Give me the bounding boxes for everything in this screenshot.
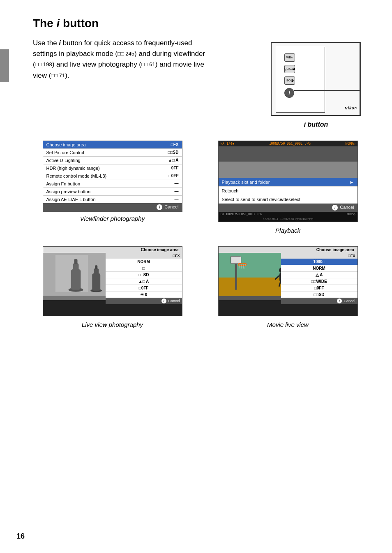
nikon-label: Nikon <box>345 106 357 110</box>
i-button-highlighted: i <box>284 88 294 98</box>
movieliveview-menu-overlay: □FX 1080□ NORM △ A □□WIDE □0FF □□SD i Ca… <box>281 253 357 300</box>
left-tab <box>0 49 9 82</box>
movieliveview-caption: Movie live view <box>208 321 367 328</box>
playback-menu-row: Retouch <box>219 187 357 195</box>
viewfinder-caption: Viewfinder photography <box>33 215 192 222</box>
movieliveview-title-bar: Choose image area <box>219 247 357 253</box>
playback-bottom-bar: FX 100ND750 DSC_0001 JPG NORM○ <box>219 212 357 217</box>
svg-rect-3 <box>71 269 81 290</box>
playback-menu-footer: i Cancel <box>219 204 357 212</box>
movieliveview-screenshot-item: Choose image area <box>208 246 367 328</box>
liveview-screenshot-item: Choose image area <box>33 246 192 328</box>
playback-menu-list: Playback slot and folder ► Retouch Selec… <box>219 178 357 212</box>
liveview-title-bar: Choose image area <box>43 247 182 253</box>
playback-screenshot-item: FX 1/4◾ 100ND750 DSC_0001 JPG NORM○ Play… <box>208 141 367 234</box>
menu-header-row: Choose image area □FX <box>43 141 182 149</box>
liveview-photo-area: □FX NORM □ □□SD ▲□ A □0FF ☀ 0 i Cancel <box>43 253 182 300</box>
i-icon: i <box>332 205 338 211</box>
playback-menu-row-selected: Playback slot and folder ► <box>219 178 357 187</box>
svg-rect-8 <box>94 268 99 274</box>
menu-footer: i Cancel <box>43 203 182 211</box>
liveview-menu-overlay: □FX NORM □ □□SD ▲□ A □0FF ☀ 0 i Cancel <box>106 253 182 300</box>
svg-rect-4 <box>73 263 78 271</box>
playback-date-bar: 5/24/2014 10:02:28 □□0016×□□□ <box>219 217 357 222</box>
screenshots-section: Choose image area □FX Set Picture Contro… <box>33 141 367 328</box>
playback-menu-row: Select to send to smart device/deselect <box>219 195 357 204</box>
menu-row: HDR (high dynamic range) 0FF <box>43 164 182 172</box>
qual-button: QUAL◕ <box>284 65 295 73</box>
liveview-menu: Choose image area <box>43 246 182 316</box>
menu-row: Active D-Lighting ▲□ A <box>43 157 182 164</box>
title-prefix: The <box>33 17 57 30</box>
svg-rect-5 <box>74 259 77 264</box>
menu-row: Assign AE-L/AF-L button — <box>43 196 182 203</box>
viewfinder-menu: Choose image area □FX Set Picture Contro… <box>43 141 182 212</box>
svg-rect-7 <box>92 273 100 291</box>
viewfinder-screenshot-item: Choose image area □FX Set Picture Contro… <box>33 141 192 234</box>
movieliveview-photo-area: □FX 1080□ NORM △ A □□WIDE □0FF □□SD i Ca… <box>219 253 357 300</box>
menu-header-value: □FX <box>171 142 179 147</box>
menu-header-label: Choose image area <box>46 142 86 147</box>
page-number: 16 <box>16 532 25 541</box>
svg-rect-9 <box>95 265 97 269</box>
playback-caption: Playback <box>208 227 367 234</box>
menu-row: Set Picture Control □□SD <box>43 149 182 157</box>
liveview-caption: Live view photography <box>33 321 192 328</box>
i-button-label: i button <box>265 121 367 128</box>
intro-text: Use the i button for quick access to fre… <box>33 38 210 81</box>
svg-rect-21 <box>231 256 241 264</box>
screenshots-grid: Choose image area □FX Set Picture Contro… <box>33 141 367 328</box>
i-icon: i <box>157 204 162 210</box>
wb-button: WB↻ <box>284 53 295 62</box>
menu-row: Assign preview button — <box>43 188 182 196</box>
title-suffix: button <box>60 17 99 30</box>
menu-row: Assign Fn button — <box>43 180 182 188</box>
menu-row: Remote control mode (ML-L3) □0FF <box>43 172 182 180</box>
camera-diagram: WB↻ QUAL◕ ISO◕ i Nikon i button <box>265 42 367 128</box>
iso-button: ISO◕ <box>284 76 295 85</box>
movieliveview-menu: Choose image area <box>218 246 358 316</box>
playback-top-bar: FX 1/4◾ 100ND750 DSC_0001 JPG NORM○ <box>219 141 357 146</box>
camera-image: WB↻ QUAL◕ ISO◕ i Nikon <box>271 42 361 116</box>
page-title: The i button <box>33 16 367 30</box>
playback-menu: FX 1/4◾ 100ND750 DSC_0001 JPG NORM○ Play… <box>218 141 358 222</box>
